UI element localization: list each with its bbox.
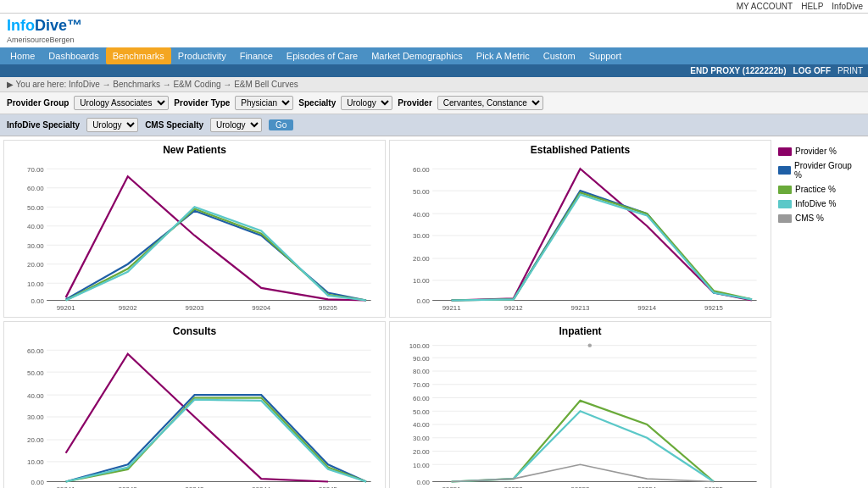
legend-label: Provider Group % bbox=[794, 161, 858, 180]
svg-text:100.00: 100.00 bbox=[409, 342, 431, 350]
nav-finance[interactable]: Finance bbox=[233, 47, 280, 64]
nav-dashboards[interactable]: Dashboards bbox=[42, 47, 105, 64]
svg-text:30.00: 30.00 bbox=[413, 435, 430, 442]
nav-benchmarks[interactable]: Benchmarks bbox=[106, 47, 171, 64]
top-bar: MY ACCOUNT HELP InfoDive bbox=[0, 0, 868, 14]
svg-point-86 bbox=[588, 343, 593, 347]
svg-text:99204: 99204 bbox=[252, 304, 270, 312]
inpatient-title: Inpatient bbox=[393, 325, 767, 337]
provider-type-label: Provider Type bbox=[174, 98, 230, 108]
svg-text:70.00: 70.00 bbox=[413, 381, 430, 389]
app-logo: InfoDive™ bbox=[7, 17, 82, 35]
svg-text:40.00: 40.00 bbox=[27, 223, 44, 230]
breadcrumb-text: You are here: InfoDive → Benchmarks → E&… bbox=[16, 80, 298, 89]
svg-text:40.00: 40.00 bbox=[413, 211, 430, 219]
nav-episodes[interactable]: Episodes of Care bbox=[280, 47, 364, 64]
svg-text:50.00: 50.00 bbox=[27, 204, 44, 212]
svg-text:60.00: 60.00 bbox=[27, 185, 44, 192]
svg-text:99211: 99211 bbox=[442, 304, 461, 312]
established-patients-svg: 60.00 50.00 40.00 30.00 20.00 10.00 0.00… bbox=[393, 159, 767, 312]
legend-item: CMS % bbox=[778, 214, 858, 223]
legend-label: InfoDive % bbox=[795, 199, 836, 208]
svg-text:80.00: 80.00 bbox=[413, 368, 430, 375]
provider-label: Provider bbox=[398, 98, 432, 108]
established-patients-title: Established Patients bbox=[393, 144, 767, 156]
specialty-row: InfoDive Specialty Urology CMS Specialty… bbox=[0, 114, 868, 136]
legend-label: CMS % bbox=[795, 214, 824, 223]
svg-text:20.00: 20.00 bbox=[413, 448, 430, 456]
legend-item: InfoDive % bbox=[778, 199, 858, 208]
print-link[interactable]: PRINT bbox=[837, 66, 863, 75]
svg-text:30.00: 30.00 bbox=[27, 413, 44, 421]
cms-specialty-label: CMS Specialty bbox=[145, 120, 203, 130]
new-patients-chart: New Patients 70.00 60.00 50.00 40.00 30.… bbox=[3, 140, 386, 318]
svg-text:0.00: 0.00 bbox=[31, 479, 44, 486]
cms-specialty-select[interactable]: Urology bbox=[210, 118, 262, 132]
my-account-link[interactable]: MY ACCOUNT bbox=[737, 2, 793, 11]
charts-area: New Patients 70.00 60.00 50.00 40.00 30.… bbox=[3, 140, 771, 488]
consults-svg: 60.00 50.00 40.00 30.00 20.00 10.00 0.00… bbox=[8, 341, 381, 488]
nav-home[interactable]: Home bbox=[3, 47, 42, 64]
svg-text:99203: 99203 bbox=[186, 304, 204, 312]
svg-text:10.00: 10.00 bbox=[27, 280, 44, 288]
svg-text:70.00: 70.00 bbox=[27, 166, 44, 174]
infodive-specialty-select[interactable]: Urology bbox=[86, 118, 138, 132]
svg-text:99213: 99213 bbox=[571, 304, 590, 312]
svg-text:0.00: 0.00 bbox=[416, 479, 430, 486]
svg-text:0.00: 0.00 bbox=[416, 297, 430, 305]
svg-text:30.00: 30.00 bbox=[27, 242, 44, 250]
svg-text:99212: 99212 bbox=[504, 304, 523, 312]
svg-text:20.00: 20.00 bbox=[27, 261, 44, 269]
breadcrumb-icon: ▶ bbox=[7, 80, 14, 89]
provider-select[interactable]: Cervantes, Constance bbox=[437, 96, 543, 110]
svg-text:0.00: 0.00 bbox=[31, 297, 44, 305]
app-sub: AmerisourceBergen bbox=[7, 36, 82, 44]
new-patients-svg: 70.00 60.00 50.00 40.00 30.00 20.00 10.0… bbox=[8, 159, 381, 312]
nav-custom[interactable]: Custom bbox=[537, 47, 582, 64]
svg-text:50.00: 50.00 bbox=[413, 188, 430, 196]
svg-text:10.00: 10.00 bbox=[413, 462, 430, 469]
legend-color-swatch bbox=[778, 147, 792, 156]
legend-color-swatch bbox=[778, 200, 792, 208]
svg-text:50.00: 50.00 bbox=[413, 408, 430, 416]
svg-text:99202: 99202 bbox=[119, 304, 137, 312]
consults-title: Consults bbox=[8, 325, 381, 337]
svg-text:20.00: 20.00 bbox=[27, 436, 44, 444]
nav-support[interactable]: Support bbox=[582, 47, 629, 64]
legend-label: Provider % bbox=[795, 147, 837, 156]
nav-market[interactable]: Market Demographics bbox=[364, 47, 470, 64]
specialty-select[interactable]: Urology bbox=[341, 96, 392, 110]
go-button[interactable]: Go bbox=[269, 119, 293, 130]
svg-text:99201: 99201 bbox=[57, 304, 75, 312]
provider-group-select[interactable]: Urology Associates bbox=[74, 96, 169, 110]
svg-text:99205: 99205 bbox=[319, 304, 337, 312]
log-off-link[interactable]: LOG OFF bbox=[793, 66, 831, 75]
svg-text:20.00: 20.00 bbox=[413, 255, 430, 263]
svg-text:40.00: 40.00 bbox=[27, 392, 44, 400]
svg-text:99215: 99215 bbox=[704, 304, 723, 312]
established-patients-chart: Established Patients 60.00 50.00 40.00 3… bbox=[389, 140, 771, 318]
svg-text:10.00: 10.00 bbox=[27, 458, 44, 466]
provider-group-label: Provider Group bbox=[7, 98, 69, 108]
legend-color-swatch bbox=[778, 214, 792, 223]
main-nav: Home Dashboards Benchmarks Productivity … bbox=[0, 47, 868, 64]
legend-item: Provider % bbox=[778, 147, 858, 156]
svg-text:60.00: 60.00 bbox=[27, 347, 44, 355]
end-proxy-link[interactable]: END PROXY (1222222b) bbox=[690, 66, 786, 75]
specialty-label: Specialty bbox=[298, 98, 336, 108]
nav-productivity[interactable]: Productivity bbox=[171, 47, 233, 64]
legend-color-swatch bbox=[778, 186, 792, 194]
legend-color-swatch bbox=[778, 166, 791, 175]
logo-bar: InfoDive™ AmerisourceBergen bbox=[0, 14, 868, 47]
svg-text:10.00: 10.00 bbox=[413, 277, 430, 285]
svg-text:60.00: 60.00 bbox=[413, 166, 430, 174]
legend-label: Practice % bbox=[795, 185, 836, 194]
filter-row: Provider Group Urology Associates Provid… bbox=[0, 92, 868, 114]
consults-chart: Consults 60.00 50.00 40.00 30.00 20.00 1… bbox=[3, 321, 386, 488]
inpatient-svg: 100.00 90.00 80.00 70.00 60.00 50.00 40.… bbox=[393, 341, 767, 488]
provider-type-select[interactable]: Physician bbox=[235, 96, 293, 110]
nav-pick-metric[interactable]: Pick A Metric bbox=[470, 47, 537, 64]
svg-text:90.00: 90.00 bbox=[413, 355, 430, 363]
help-link[interactable]: HELP bbox=[801, 2, 823, 11]
svg-text:40.00: 40.00 bbox=[413, 421, 430, 429]
